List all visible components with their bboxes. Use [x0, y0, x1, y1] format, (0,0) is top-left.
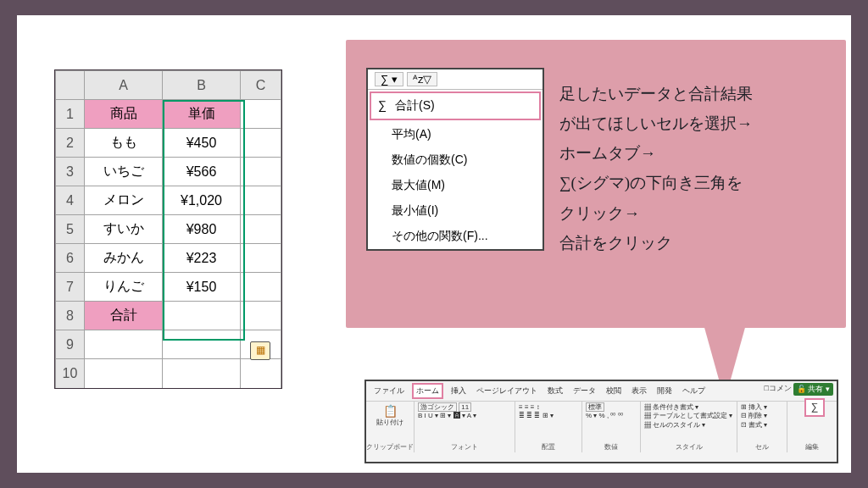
cell[interactable]: メロン — [85, 186, 163, 215]
share-button[interactable]: 🔓 共有 ▾ — [793, 383, 833, 396]
tab-dev[interactable]: 開発 — [654, 385, 675, 397]
cell[interactable]: りんご — [85, 273, 163, 302]
tab-view[interactable]: 表示 — [629, 385, 649, 397]
cells-delete[interactable]: ⊟ 削除 ▾ — [741, 412, 783, 420]
row-header[interactable]: 3 — [56, 158, 85, 186]
group-font: フォント — [415, 442, 515, 452]
cells-insert[interactable]: ⊞ 挿入 ▾ — [741, 403, 783, 412]
spreadsheet: A B C 1 商品 単価 2もも¥450 3いちご¥566 4メロン¥1,02… — [54, 69, 282, 389]
row-header[interactable]: 4 — [56, 186, 85, 215]
cond-format[interactable]: ▦ 条件付き書式 ▾ — [644, 403, 733, 412]
dropdown-item-more[interactable]: その他の関数(F)... — [368, 224, 542, 249]
cell-total-label[interactable]: 合計 — [85, 302, 163, 330]
group-number: 数値 — [582, 442, 640, 452]
cell[interactable] — [85, 330, 163, 359]
cell[interactable]: みかん — [85, 244, 163, 273]
row-header[interactable]: 10 — [56, 359, 85, 388]
dropdown-item-min[interactable]: 最小値(I) — [368, 198, 542, 224]
tab-review[interactable]: 校閲 — [604, 385, 624, 397]
cell-a1[interactable]: 商品 — [85, 100, 163, 129]
number-format[interactable]: 標準 — [586, 402, 604, 412]
align-row2[interactable]: ≣ ≣ ≣ ⊞ ▾ — [519, 412, 578, 420]
ribbon-sigma-button[interactable]: ∑ — [804, 398, 825, 417]
cell[interactable]: ¥980 — [163, 215, 241, 244]
paste-label[interactable]: 貼り付け — [370, 419, 410, 427]
tab-file[interactable]: ファイル — [371, 385, 407, 397]
instruction-text: 足したいデータと合計結果 が出てほしいセルを選択→ ホームタブ→ ∑(シグマ)の… — [559, 79, 831, 258]
tab-formula[interactable]: 数式 — [545, 385, 565, 397]
group-cells: セル — [737, 442, 787, 452]
paste-icon[interactable]: 📋 — [370, 403, 410, 419]
row-header[interactable]: 5 — [56, 215, 85, 244]
excel-ribbon: ファイル ホーム 挿入 ページレイアウト 数式 データ 校閲 表示 開発 ヘルプ… — [364, 380, 838, 463]
autosum-dropdown: ∑ ▾ ᴬz▽ ∑合計(S) 平均(A) 数値の個数(C) 最大値(M) 最小値… — [366, 68, 544, 251]
sort-button[interactable]: ᴬz▽ — [407, 72, 438, 86]
cell[interactable] — [85, 359, 163, 388]
row-header[interactable]: 1 — [56, 100, 85, 129]
cell[interactable]: ¥223 — [163, 244, 241, 273]
cell[interactable]: すいか — [85, 215, 163, 244]
tab-data[interactable]: データ — [570, 385, 598, 397]
quick-analysis-icon[interactable]: ▦ — [250, 341, 270, 360]
align-row1[interactable]: ≡ ≡ ≡ ↕ — [519, 403, 578, 412]
cell[interactable] — [241, 244, 281, 273]
group-align: 配置 — [515, 442, 581, 452]
row-header[interactable]: 7 — [56, 273, 85, 302]
cell[interactable] — [241, 186, 281, 215]
row-header[interactable]: 6 — [56, 244, 85, 273]
font-buttons[interactable]: B I U ▾ ⊞ ▾ 🅰 ▾ A ▾ — [418, 412, 511, 420]
tab-insert[interactable]: 挿入 — [448, 385, 469, 397]
cell[interactable]: ¥566 — [163, 158, 241, 186]
cell[interactable] — [241, 129, 281, 158]
font-name[interactable]: 游ゴシック — [418, 402, 457, 412]
cell[interactable] — [163, 330, 241, 359]
sigma-button[interactable]: ∑ ▾ — [375, 72, 403, 86]
group-clipboard: クリップボード — [366, 442, 414, 452]
number-buttons[interactable]: % ▾ % , ⁰⁰ ⁰⁰ — [586, 412, 637, 420]
group-edit: 編集 — [787, 442, 837, 452]
select-all-corner[interactable] — [56, 71, 85, 100]
cell[interactable] — [241, 215, 281, 244]
dropdown-item-count[interactable]: 数値の個数(C) — [368, 147, 542, 173]
font-size[interactable]: 11 — [459, 402, 471, 412]
cell[interactable]: ¥150 — [163, 273, 241, 302]
table-format[interactable]: ▦ テーブルとして書式設定 ▾ — [644, 412, 733, 420]
cell[interactable]: もも — [85, 129, 163, 158]
cell-c1[interactable] — [241, 100, 281, 129]
dropdown-item-max[interactable]: 最大値(M) — [368, 173, 542, 198]
row-header[interactable]: 2 — [56, 129, 85, 158]
cells-format[interactable]: ⊡ 書式 ▾ — [741, 421, 783, 430]
cell[interactable] — [241, 302, 281, 330]
dropdown-item-avg[interactable]: 平均(A) — [368, 122, 542, 147]
col-header-a[interactable]: A — [85, 71, 163, 100]
cell[interactable]: いちご — [85, 158, 163, 186]
row-header[interactable]: 9 — [56, 330, 85, 359]
cell-b1[interactable]: 単価 — [163, 100, 241, 129]
cell-total-value[interactable] — [163, 302, 241, 330]
col-header-c[interactable]: C — [241, 71, 281, 100]
cell[interactable] — [241, 273, 281, 302]
row-header[interactable]: 8 — [56, 302, 85, 330]
dropdown-item-sum[interactable]: ∑合計(S) — [370, 92, 541, 120]
tab-home[interactable]: ホーム — [412, 383, 443, 399]
cell-style[interactable]: ▦ セルのスタイル ▾ — [644, 421, 733, 430]
col-header-b[interactable]: B — [163, 71, 241, 100]
cell[interactable]: ¥450 — [163, 129, 241, 158]
tab-layout[interactable]: ページレイアウト — [474, 385, 540, 397]
cell[interactable] — [163, 359, 241, 388]
cell[interactable] — [241, 158, 281, 186]
tab-help[interactable]: ヘルプ — [680, 385, 708, 397]
cell[interactable] — [241, 359, 281, 388]
group-styles: スタイル — [641, 442, 737, 452]
cell[interactable]: ¥1,020 — [163, 186, 241, 215]
